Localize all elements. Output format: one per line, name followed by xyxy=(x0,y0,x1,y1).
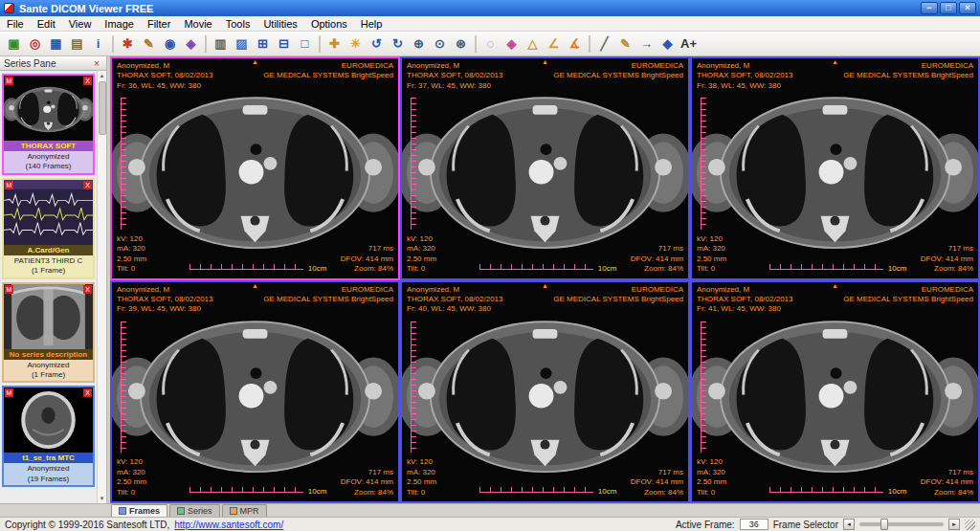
viewport-cell[interactable]: ▲ Anonymized, M THORAX SOFT, 08/02/2013 … xyxy=(110,56,400,280)
find-icon[interactable]: ⊛ xyxy=(451,33,471,54)
viewport-cell[interactable]: ▲ Anonymized, M THORAX SOFT, 08/02/2013 … xyxy=(110,280,400,504)
separator[interactable] xyxy=(319,35,321,53)
pane-close-icon[interactable]: × xyxy=(91,58,102,69)
frame-slider-thumb[interactable] xyxy=(880,519,888,530)
scrollbar-thumb[interactable] xyxy=(99,81,106,135)
tab-frames[interactable]: Frames xyxy=(111,504,167,517)
scroll-up-icon[interactable]: ▲ xyxy=(100,71,105,80)
arrow-tool-icon[interactable]: → xyxy=(636,33,657,54)
tab-label: MPR xyxy=(240,506,259,516)
series-item-thorax-soft[interactable]: M X THORAX SOFT Anonymized (140 Frames) xyxy=(2,74,95,175)
frame-selector-slider[interactable] xyxy=(859,522,944,526)
histogram-icon[interactable]: ▥ xyxy=(211,33,231,54)
measure-kit-icon[interactable]: ✎ xyxy=(139,33,159,54)
series-item-no-description[interactable]: M X No series description Anonymized (1 … xyxy=(2,282,95,384)
delete-badge[interactable]: X xyxy=(83,181,92,189)
dfov-value: DFOV: 414 mm xyxy=(631,254,683,264)
frame-next-button[interactable]: ▸ xyxy=(948,519,960,530)
menu-item[interactable]: Filter xyxy=(141,16,177,31)
menu-item[interactable]: Edit xyxy=(31,16,62,31)
layout-2x2-icon[interactable]: ⊟ xyxy=(274,33,294,54)
chart-icon[interactable]: ▨ xyxy=(232,33,252,54)
study-description: THORAX SOFT, 08/02/2013 xyxy=(697,71,793,80)
layout-1x1-icon[interactable]: □ xyxy=(295,33,315,54)
pan-hand-icon[interactable]: ✚ xyxy=(324,33,345,54)
layers-icon[interactable]: ◈ xyxy=(181,33,201,54)
series-item-card-gen[interactable]: M X A.Card/Gen PATIENT3 THIRD C (1 Frame… xyxy=(2,178,95,279)
open-study-icon[interactable]: ◎ xyxy=(25,33,45,54)
orientation-marker-icon: ▲ xyxy=(832,282,838,289)
frame-prev-button[interactable]: ◂ xyxy=(843,519,855,530)
viewport-cell[interactable]: ▲ Anonymized, M THORAX SOFT, 08/02/2013 … xyxy=(690,56,980,280)
menu-item[interactable]: Help xyxy=(354,16,390,31)
menu-item[interactable]: View xyxy=(62,16,99,31)
separator[interactable] xyxy=(589,35,590,53)
frame-selector-label: Frame Selector xyxy=(773,520,838,530)
close-button[interactable]: × xyxy=(959,2,976,14)
tab-series[interactable]: Series xyxy=(169,504,220,517)
menu-item[interactable]: File xyxy=(0,16,31,31)
exposure-time: 717 ms xyxy=(921,468,973,477)
viewport-cell[interactable]: ▲ Anonymized, M THORAX SOFT, 08/02/2013 … xyxy=(400,56,690,280)
rotate-cw-icon[interactable]: ↻ xyxy=(388,33,408,54)
scroll-down-icon[interactable]: ▼ xyxy=(100,494,105,503)
info-icon[interactable]: i xyxy=(88,33,108,54)
roi-circle-icon[interactable]: ◌ xyxy=(480,33,501,54)
series-pane-title: Series Pane xyxy=(4,58,56,69)
delete-badge[interactable]: X xyxy=(83,285,92,294)
roi-triangle-icon[interactable]: △ xyxy=(523,33,543,54)
series-thumbnail: M X xyxy=(4,284,93,349)
resize-grip-icon[interactable] xyxy=(965,520,975,530)
layout-grid-icon[interactable]: ⊞ xyxy=(253,33,273,54)
series-caption: t1_se_tra MTC xyxy=(4,453,93,463)
menu-item[interactable]: Image xyxy=(98,16,141,31)
pencil-tool-icon[interactable]: ✎ xyxy=(615,33,635,54)
open-file-icon[interactable]: ▣ xyxy=(4,33,24,54)
tab-mpr[interactable]: MPR xyxy=(222,504,267,517)
series-item-t1-se-tra-mtc[interactable]: M X t1_se_tra MTC Anonymized (19 Frames) xyxy=(2,386,95,487)
cobb-angle-icon[interactable]: ∡ xyxy=(565,33,585,54)
sidebar-scrollbar[interactable]: ▲ ▼ xyxy=(97,71,106,503)
eye-icon[interactable]: ◉ xyxy=(160,33,180,54)
overlay-patient-info: Anonymized, M THORAX SOFT, 08/02/2013 Fr… xyxy=(407,285,503,315)
xray-thumbnail-image xyxy=(4,284,93,349)
brightness-icon[interactable]: ☀ xyxy=(345,33,366,54)
separator[interactable] xyxy=(205,35,207,53)
separator[interactable] xyxy=(112,35,114,53)
text-tool-icon[interactable]: A+ xyxy=(679,33,699,54)
line-tool-icon[interactable]: ╱ xyxy=(594,33,614,54)
angle-tool-icon[interactable]: ∠ xyxy=(544,33,564,54)
overlay-patient-info: Anonymized, M THORAX SOFT, 08/02/2013 Fr… xyxy=(697,61,793,91)
menu-item[interactable]: Utilities xyxy=(256,16,303,31)
status-bar: Copyright © 1999-2016 Santesoft LTD, htt… xyxy=(0,517,980,531)
delete-badge[interactable]: X xyxy=(83,388,92,397)
series-caption: THORAX SOFT xyxy=(4,141,93,151)
overlay-patient-info: Anonymized, M THORAX SOFT, 08/02/2013 Fr… xyxy=(697,285,793,315)
rotate-ccw-icon[interactable]: ↺ xyxy=(367,33,387,54)
viewport-cell[interactable]: ▲ Anonymized, M THORAX SOFT, 08/02/2013 … xyxy=(690,280,980,504)
roi-shapes-icon[interactable]: ◈ xyxy=(501,33,522,54)
series-patient: Anonymized xyxy=(4,464,93,474)
institution-name: EUROMEDICA xyxy=(843,285,973,295)
menu-item[interactable]: Options xyxy=(304,16,354,31)
viewport-cell[interactable]: ▲ Anonymized, M THORAX SOFT, 08/02/2013 … xyxy=(400,280,690,504)
menu-item[interactable]: Tools xyxy=(219,16,257,31)
minimize-button[interactable]: − xyxy=(921,2,938,14)
separator[interactable] xyxy=(475,35,477,53)
menu-item[interactable]: Movie xyxy=(177,16,218,31)
toolbox-icon[interactable]: ✱ xyxy=(118,33,138,54)
horizontal-scale-ruler xyxy=(189,487,304,493)
kv-value: kV: 120 xyxy=(407,234,436,244)
zoom-in-icon[interactable]: ⊕ xyxy=(409,33,429,54)
toolbar: ▣ ◎ ▦ ▤ i ✱ ✎ ◉ ◈ ▥ ▨ ⊞ ⊟ □ ✚ ☀ ↺ ↻ ⊕ ⊙ xyxy=(0,32,980,56)
save-icon[interactable]: ▦ xyxy=(46,33,66,54)
export-image-icon[interactable]: ▤ xyxy=(67,33,87,54)
overlay-display-info: 717 ms DFOV: 414 mm Zoom: 84% xyxy=(631,244,683,274)
diamond-tool-icon[interactable]: ◆ xyxy=(657,33,678,54)
delete-badge[interactable]: X xyxy=(83,77,92,85)
exposure-time: 717 ms xyxy=(341,468,393,477)
website-link[interactable]: http://www.santesoft.com/ xyxy=(174,520,283,530)
maximize-button[interactable]: □ xyxy=(940,2,957,14)
overlay-acquisition-info: kV: 120 mA: 320 2.50 mm Tilt: 0 xyxy=(407,234,436,275)
zoom-region-icon[interactable]: ⊙ xyxy=(430,33,450,54)
